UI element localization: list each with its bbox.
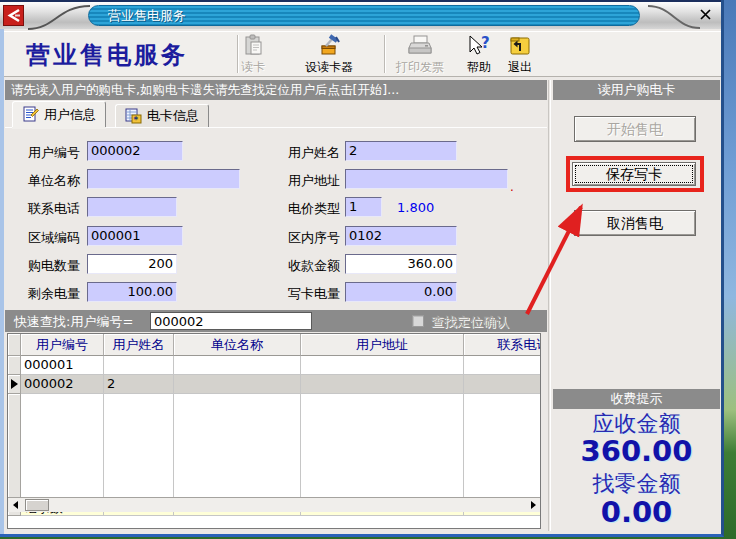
price-rate-value: 1.800 <box>397 200 434 215</box>
read-card-label: 读卡 <box>241 59 265 76</box>
purchase-qty-field[interactable]: 200 <box>87 254 177 274</box>
user-name-label: 用户姓名 <box>288 144 340 162</box>
col-company: 单位名称 <box>174 334 301 356</box>
tab-user-info-label: 用户信息 <box>44 106 96 124</box>
scroll-left-button[interactable] <box>8 498 23 512</box>
row-gutter <box>8 356 21 375</box>
locate-confirm-checkbox <box>412 315 424 327</box>
quick-search-label: 快速查找:用户编号= <box>14 313 133 331</box>
setup-reader-icon <box>317 34 341 58</box>
tab-card-info[interactable]: * 电卡信息 <box>115 104 209 127</box>
help-button[interactable]: ? 帮助 <box>466 34 492 76</box>
print-invoice-icon <box>407 34 433 58</box>
svg-text:*: * <box>134 114 139 124</box>
toolbar-separator <box>384 35 386 73</box>
company-label: 单位名称 <box>28 172 80 190</box>
table-row-selected[interactable]: 000002 2 <box>8 375 540 394</box>
cell-user-id: 000002 <box>21 375 104 394</box>
help-icon: ? <box>466 34 492 58</box>
title-bar: 营业售电服务 <box>0 0 721 29</box>
read-card-panel-header: 读用户购电卡 <box>553 80 720 100</box>
user-id-field: 000002 <box>87 141 183 161</box>
search-input[interactable] <box>150 312 312 330</box>
card-info-icon: * <box>125 108 142 125</box>
panel-divider <box>548 80 551 531</box>
cell-phone <box>464 356 541 375</box>
amount-label: 收款金额 <box>288 257 340 275</box>
change-amount-value: 0.00 <box>553 495 720 529</box>
read-card-button: 读卡 <box>241 34 265 76</box>
scroll-right-icon[interactable] <box>531 501 536 509</box>
page-title: 营业售电服务 <box>26 39 188 71</box>
price-type-field: 1 <box>345 197 382 217</box>
setup-reader-label: 设读卡器 <box>305 59 353 76</box>
toolbar: 营业售电服务 读卡 设读卡器 <box>0 31 721 77</box>
print-invoice-label: 打印发票 <box>396 59 444 76</box>
close-icon <box>700 9 711 20</box>
exit-button[interactable]: 退出 <box>508 34 532 76</box>
setup-reader-button[interactable]: 设读卡器 <box>305 34 353 76</box>
current-row-indicator-icon <box>11 379 18 389</box>
area-seq-label: 区内序号 <box>288 229 340 247</box>
cell-user-id: 000001 <box>21 356 104 375</box>
window-left-border <box>0 29 4 534</box>
table-row[interactable]: 000001 <box>8 356 540 375</box>
start-sale-button: 开始售电 <box>574 116 696 142</box>
card-qty-label: 写卡电量 <box>288 285 340 303</box>
exit-label: 退出 <box>508 59 532 76</box>
phone-label: 联系电话 <box>28 200 80 218</box>
receivable-amount-value: 360.00 <box>553 434 720 468</box>
purchase-qty-label: 购电数量 <box>28 257 80 275</box>
window-title: 营业售电服务 <box>88 5 640 26</box>
cell-user-name <box>104 356 174 375</box>
app-logo-icon <box>3 5 24 26</box>
area-code-field: 000001 <box>87 226 183 246</box>
user-name-field: 2 <box>345 141 457 161</box>
amount-field[interactable]: 360.00 <box>345 254 457 274</box>
price-type-label: 电价类型 <box>288 200 340 218</box>
tab-user-info[interactable]: 用户信息 <box>12 101 106 127</box>
highlight-rectangle <box>566 156 704 192</box>
app-window: 营业售电服务 营业售电服务 读卡 <box>0 0 724 537</box>
col-address: 用户地址 <box>301 334 464 356</box>
toolbar-separator <box>237 35 239 73</box>
close-button[interactable] <box>697 7 713 22</box>
card-qty-field: 0.00 <box>345 282 457 302</box>
phone-field <box>87 197 177 217</box>
cancel-sale-button[interactable]: 取消售电 <box>574 210 696 236</box>
print-invoice-button: 打印发票 <box>396 34 444 76</box>
table-empty-area <box>8 394 540 498</box>
col-user-id: 用户编号 <box>21 334 104 356</box>
locate-confirm-label: 查找定位确认 <box>431 313 509 331</box>
user-table: 用户编号 用户姓名 单位名称 用户地址 联系电话 000001 000002 2 <box>7 333 541 529</box>
cell-company <box>174 375 301 394</box>
cell-user-name: 2 <box>104 375 174 394</box>
address-field <box>345 169 508 189</box>
area-seq-field: 0102 <box>345 226 457 246</box>
scroll-left-icon <box>13 501 18 509</box>
quick-search-bar: 快速查找:用户编号= 查找定位确认 <box>5 310 547 332</box>
svg-text:?: ? <box>481 34 490 52</box>
remaining-label: 剩余电量 <box>28 285 80 303</box>
area-code-label: 区域编码 <box>28 229 80 247</box>
cell-address <box>301 375 464 394</box>
table-header-row: 用户编号 用户姓名 单位名称 用户地址 联系电话 <box>8 334 540 356</box>
fee-panel-header: 收费提示 <box>553 389 720 409</box>
col-user-name: 用户姓名 <box>104 334 174 356</box>
user-id-label: 用户编号 <box>28 144 80 162</box>
user-info-icon <box>22 106 39 123</box>
cell-company <box>174 356 301 375</box>
exit-icon <box>508 34 532 58</box>
address-required-mark: . <box>510 180 514 194</box>
tab-content-edge <box>5 127 547 128</box>
remaining-field: 100.00 <box>87 282 177 302</box>
instruction-bar: 请先读入用户的购电卡,如购电卡遗失请先查找定位用户后点击[开始]... <box>5 80 547 100</box>
header-gutter <box>8 334 21 356</box>
company-field <box>87 169 240 189</box>
tab-card-info-label: 电卡信息 <box>147 107 199 125</box>
cell-phone <box>464 375 541 394</box>
scrollbar-thumb[interactable] <box>25 499 49 511</box>
address-label: 用户地址 <box>288 172 340 190</box>
horizontal-scrollbar[interactable] <box>8 497 540 512</box>
row-gutter <box>8 375 21 394</box>
